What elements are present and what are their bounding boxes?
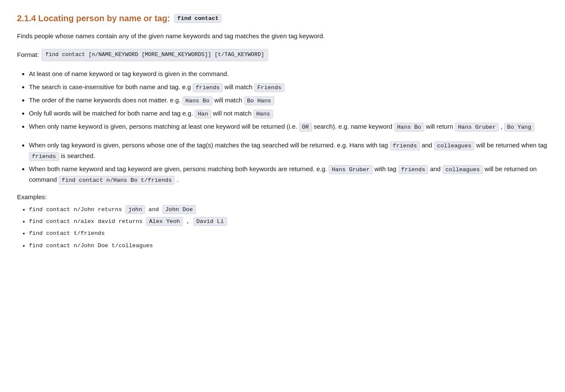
code-friends-4: friends <box>398 165 429 174</box>
title-prefix: 2.1.4 Locating person by name or tag: <box>17 14 170 23</box>
code-bo-hans: Bo Hans <box>244 96 274 105</box>
list-item: When only tag keyword is given, persons … <box>29 140 548 162</box>
code-or: OR <box>299 123 312 132</box>
examples-label: Examples: <box>17 193 548 200</box>
list-item: When both name keyword and tag keyword a… <box>29 164 548 186</box>
example-item: find contact t/friends <box>29 228 548 239</box>
code-friends-3: friends <box>29 152 59 161</box>
list-item-text: When only name keyword is given, persons… <box>29 123 534 130</box>
code-colleagues: colleagues <box>434 141 474 150</box>
example-item: find contact n/alex david returns Alex Y… <box>29 217 548 227</box>
example-item: find contact n/John Doe t/colleagues <box>29 241 548 251</box>
code-david-li: David Li <box>193 217 227 226</box>
list-item-text: When both name keyword and tag keyword a… <box>29 165 537 183</box>
example-item: find contact n/John returns john and Joh… <box>29 205 548 215</box>
code-hans: Hans <box>253 110 273 118</box>
code-friends: friends <box>193 83 223 92</box>
list-item: The search is case-insensitive for both … <box>29 82 548 93</box>
example-text: find contact n/John returns john and Joh… <box>29 205 196 214</box>
format-label: Format: <box>17 50 39 60</box>
example-text: find contact n/John Doe t/colleagues <box>29 243 153 249</box>
list-item: The order of the name keywords does not … <box>29 95 548 106</box>
code-hans-bo-2: Hans Bo <box>394 123 424 132</box>
description-text: Finds people whose names contain any of … <box>17 31 548 41</box>
code-alex-yeoh: Alex Yeoh <box>146 217 183 226</box>
list-item-text: The search is case-insensitive for both … <box>29 83 284 90</box>
format-block: Format: find contact [n/NAME_KEYWORD [MO… <box>17 49 548 61</box>
code-colleagues-2: colleagues <box>443 165 483 174</box>
list-item-text: At least one of name keyword or tag keyw… <box>29 70 229 77</box>
format-command: find contact [n/NAME_KEYWORD [MORE_NAME_… <box>42 49 268 61</box>
code-hans-gruber-2: Hans Gruber <box>329 165 372 174</box>
list-item-text: Only full words will be matched for both… <box>29 110 273 117</box>
code-hans-gruber: Hans Gruber <box>455 123 499 132</box>
code-friends-2: friends <box>390 141 420 150</box>
bullet-list: At least one of name keyword or tag keyw… <box>17 69 548 133</box>
code-john: john <box>125 205 145 214</box>
section-title: 2.1.4 Locating person by name or tag: fi… <box>17 14 548 23</box>
list-item: When only name keyword is given, persons… <box>29 121 548 132</box>
code-bo-yang: Bo Yang <box>504 123 534 132</box>
example-text: find contact t/friends <box>29 230 105 237</box>
bullet-list-2: When only tag keyword is given, persons … <box>17 140 548 186</box>
code-find-contact-cmd: find contact n/Hans Bo t/friends <box>59 176 175 185</box>
list-item: At least one of name keyword or tag keyw… <box>29 69 548 79</box>
code-john-doe: John Doe <box>162 205 196 214</box>
example-text: find contact n/alex david returns Alex Y… <box>29 217 227 226</box>
list-item: Only full words will be matched for both… <box>29 108 548 119</box>
code-han: Han <box>195 110 211 118</box>
title-command: find contact <box>174 14 221 23</box>
list-item-text: The order of the name keywords does not … <box>29 96 274 104</box>
code-hans-bo: Hans Bo <box>182 96 213 105</box>
list-item-text: When only tag keyword is given, persons … <box>29 141 547 159</box>
examples-list: find contact n/John returns john and Joh… <box>17 205 548 251</box>
code-friends-cap: Friends <box>254 83 284 92</box>
